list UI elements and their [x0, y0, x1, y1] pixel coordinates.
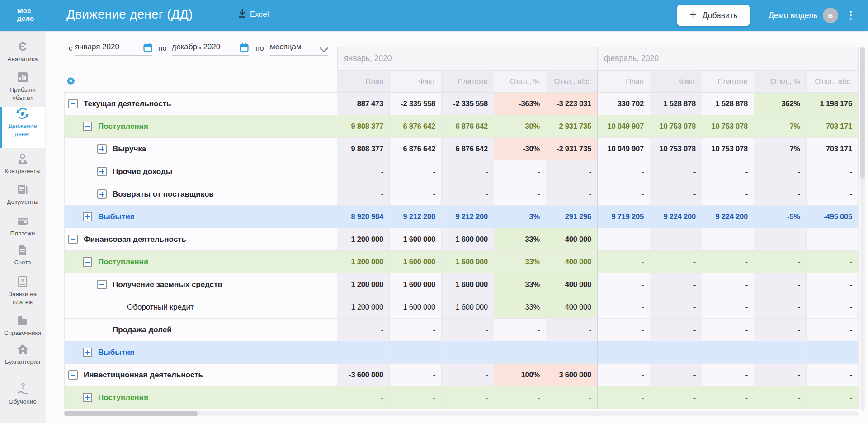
row-label-text: Выручка [113, 145, 146, 154]
cell: 703 171 [807, 138, 859, 160]
cell: 1 600 000 [390, 228, 442, 251]
kebab-menu-icon[interactable] [846, 0, 855, 31]
expand-icon[interactable] [97, 144, 107, 154]
vertical-scrollbar[interactable] [860, 47, 865, 411]
row-label[interactable]: Инвестиционная деятельность [64, 364, 337, 386]
cell: -3 600 000 [337, 364, 390, 386]
cell: - [390, 183, 442, 206]
cell: - [754, 183, 807, 206]
row-label[interactable]: Прочие доходы [64, 160, 337, 183]
avatar[interactable]: В [823, 8, 838, 23]
row-label[interactable]: Финансовая деятельность [64, 228, 337, 251]
column-header: Факт [390, 70, 442, 93]
sidebar-item-training[interactable]: ?Обучение [0, 382, 45, 412]
profit-loss-icon [17, 70, 28, 84]
cell: 887 473 [337, 93, 390, 115]
sidebar-item-accounting[interactable]: Бухгалтерия [0, 343, 45, 371]
sidebar-item-label: Обучение [9, 398, 37, 405]
cell: 10 049 907 [598, 138, 650, 160]
cell: - [442, 341, 494, 364]
row-label[interactable]: Выручка [64, 138, 337, 160]
expand-icon[interactable] [97, 167, 107, 176]
row-label[interactable]: Поступления [64, 251, 337, 273]
row-label[interactable]: Поступления [64, 386, 337, 409]
cell: - [598, 364, 650, 386]
expand-icon[interactable] [83, 393, 92, 402]
sidebar-item-label: Прибыли [9, 86, 36, 94]
app-logo[interactable]: Моё дело [17, 7, 34, 22]
row-label[interactable]: Текущая деятельность [64, 93, 337, 115]
cell: - [702, 364, 754, 386]
sidebar-item-label: Аналитика [8, 56, 38, 63]
cell: - [546, 386, 598, 409]
cell: -5% [754, 206, 807, 228]
cell: - [598, 160, 650, 183]
row-label[interactable]: Получение заемных средств [64, 273, 337, 296]
collapse-icon[interactable] [97, 280, 107, 289]
cell: - [702, 273, 754, 296]
sidebar-item-cash-flow[interactable]: ₽Движениеденег [0, 107, 45, 148]
sidebar-item-payment-request[interactable]: $Заявки наплатеж [0, 275, 45, 313]
cell: - [650, 251, 702, 273]
payment-request-icon: $ [17, 275, 28, 288]
row-label-text: Продажа долей [113, 325, 172, 334]
horizontal-scrollbar-thumb[interactable] [64, 411, 198, 416]
cell: -495 005 [807, 206, 859, 228]
cell: - [337, 160, 390, 183]
add-button[interactable]: + Добавить [677, 5, 750, 26]
row-label[interactable]: Выбытия [64, 206, 337, 228]
cell: -2 335 558 [442, 93, 494, 115]
sidebar-item-directories[interactable]: Справочники [0, 314, 45, 343]
report-settings-button[interactable] [67, 77, 78, 86]
row-label[interactable]: Поступления [64, 115, 337, 138]
vertical-scrollbar-thumb[interactable] [860, 47, 865, 179]
account-name[interactable]: Демо модель [769, 0, 817, 31]
collapse-icon[interactable] [68, 99, 78, 108]
excel-export-button[interactable]: Excel [238, 9, 269, 20]
sidebar-item-label: Счета [14, 259, 31, 266]
row-label-text: Получение заемных средств [113, 280, 222, 289]
row-label[interactable]: Оборотный кредит [64, 296, 337, 319]
column-header: План [337, 70, 390, 93]
cell: -3 223 031 [546, 93, 598, 115]
sidebar-item-profit-loss[interactable]: Прибылиубытки [0, 70, 45, 108]
expand-icon[interactable] [83, 348, 92, 357]
cell: 9 224 200 [702, 206, 754, 228]
sidebar-item-documents[interactable]: Документы [0, 183, 45, 212]
sidebar-item-invoices[interactable]: Счета [0, 243, 45, 272]
cell: - [598, 296, 650, 319]
collapse-icon[interactable] [68, 235, 78, 244]
cell: - [442, 183, 494, 206]
row-label-text: Финансовая деятельность [84, 235, 186, 244]
cell: - [598, 228, 650, 251]
cell: 400 000 [546, 228, 598, 251]
horizontal-scrollbar[interactable] [64, 411, 859, 416]
cell: - [650, 183, 702, 206]
cell: 400 000 [546, 296, 598, 319]
cell: - [546, 319, 598, 341]
cell: - [702, 341, 754, 364]
sidebar-item-contractors[interactable]: Контрагенты [0, 152, 45, 181]
row-label[interactable]: Возвраты от поставщиков [64, 183, 337, 206]
expand-icon[interactable] [83, 212, 92, 221]
sidebar-item-label: Документы [7, 198, 38, 206]
collapse-icon[interactable] [68, 370, 78, 380]
invoices-icon [17, 243, 28, 257]
collapse-icon[interactable] [83, 122, 92, 131]
table-controls-header [64, 70, 337, 93]
cell: 1 600 000 [442, 296, 494, 319]
cell: - [546, 160, 598, 183]
download-icon [238, 9, 246, 20]
cell: - [390, 386, 442, 409]
payments-icon [17, 214, 28, 228]
sidebar-item-analytics[interactable]: ЄАналитика [0, 40, 45, 70]
row-label[interactable]: Выбытия [64, 341, 337, 364]
cell: - [494, 319, 546, 341]
cell: - [337, 341, 390, 364]
cell: - [494, 183, 546, 206]
sidebar-item-payments[interactable]: Платежи [0, 214, 45, 243]
collapse-icon[interactable] [83, 257, 92, 267]
row-label[interactable]: Продажа долей [64, 319, 337, 341]
expand-icon[interactable] [97, 189, 107, 199]
cell: - [754, 296, 807, 319]
